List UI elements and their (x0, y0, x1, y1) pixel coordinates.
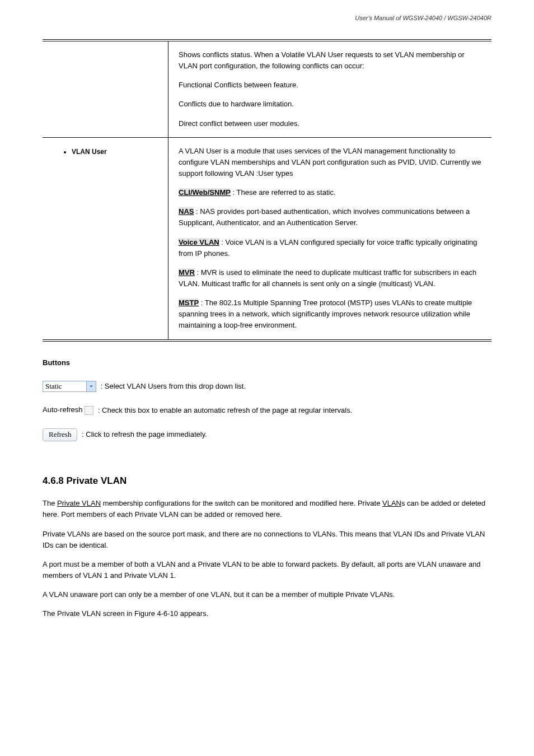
user-voice: Voice VLAN : Voice VLAN is a VLAN config… (179, 237, 481, 259)
section-p3: A port must be a member of both a VLAN a… (43, 559, 491, 581)
section-p2: Private VLANs are based on the source po… (43, 529, 491, 551)
figure-placeholder (43, 627, 491, 756)
user-cli: CLI/Web/SNMP : These are referred to as … (179, 187, 481, 198)
section-p1: The Private VLAN membership configuratio… (43, 498, 491, 520)
definition-table: Shows conflicts status. When a Volatile … (43, 39, 491, 342)
row-hidden-label-cell (43, 41, 168, 57)
mvr-term: MVR (179, 268, 195, 277)
select-description: : Select VLAN Users from this drop down … (101, 382, 246, 390)
row-user-label: VLAN User (72, 146, 158, 158)
chevron-down-icon (86, 381, 96, 391)
p1b: membership configurations for the switch… (101, 499, 382, 507)
hidden-desc-4: Direct conflict between user modules. (179, 118, 481, 129)
cli-desc: : These are referred to as static. (231, 188, 336, 197)
autorefresh-checkbox[interactable] (85, 406, 93, 415)
p1a: The (43, 499, 57, 507)
mstp-desc: : The 802.1s Multiple Spanning Tree prot… (179, 298, 472, 329)
autorefresh-description: : Check this box to enable an automatic … (98, 406, 353, 414)
hidden-desc-2: Functional Conflicts between feature. (179, 80, 481, 91)
vlan-link[interactable]: VLAN (382, 499, 401, 507)
voice-term: Voice VLAN (179, 238, 219, 246)
voice-desc: : Voice VLAN is a VLAN configured specia… (179, 238, 477, 258)
user-nas: NAS : NAS provides port-based authentica… (179, 206, 481, 228)
nas-term: NAS (179, 207, 194, 216)
section-p4: A VLAN unaware port can only be a member… (43, 589, 491, 600)
nas-desc: : NAS provides port-based authentication… (179, 207, 470, 227)
mvr-desc: : MVR is used to eliminate the need to d… (179, 268, 476, 288)
user-p1: A VLAN User is a module that uses servic… (179, 146, 481, 179)
hidden-desc: Shows conflicts status. When a Volatile … (179, 49, 481, 72)
mstp-term: MSTP (179, 298, 199, 307)
user-mvr: MVR : MVR is used to eliminate the need … (179, 267, 481, 290)
hidden-desc-3: Conflicts due to hardware limitation. (179, 99, 481, 110)
buttons-heading: Buttons (43, 357, 491, 368)
vlan-user-select[interactable]: Static (43, 381, 96, 392)
cli-term: CLI/Web/SNMP (179, 188, 231, 197)
user-mstp: MSTP : The 802.1s Multiple Spanning Tree… (179, 297, 481, 331)
refresh-description: : Click to refresh the page immediately. (82, 430, 207, 438)
autorefresh-label: Auto-refresh (43, 405, 83, 414)
private-vlan-link[interactable]: Private VLAN (57, 499, 101, 507)
refresh-button[interactable]: Refresh (43, 428, 77, 441)
select-value: Static (45, 382, 62, 390)
manual-header: User's Manual of WGSW-24040 / WGSW-24040… (355, 13, 491, 23)
section-heading: 4.6.8 Private VLAN (43, 474, 491, 488)
section-p5: The Private VLAN screen in Figure 4-6-10… (43, 608, 491, 619)
